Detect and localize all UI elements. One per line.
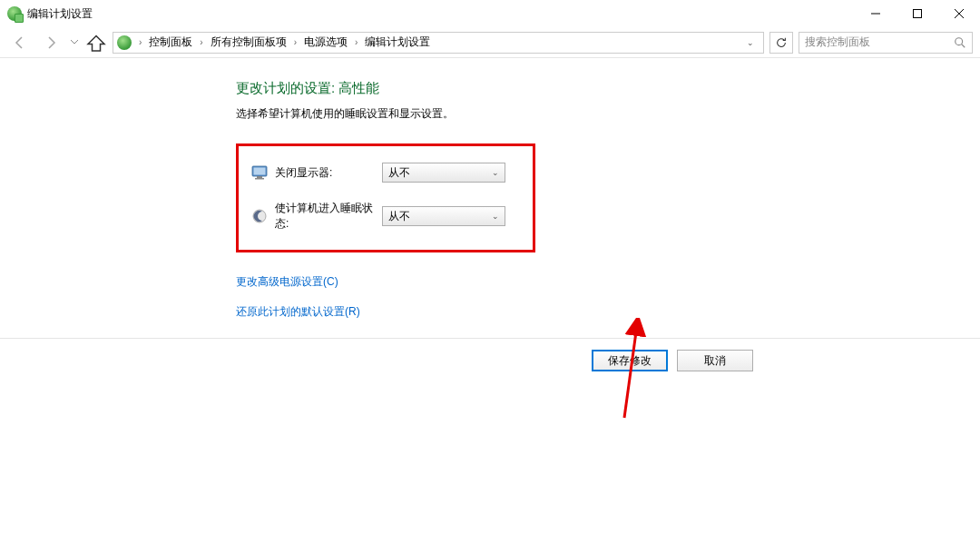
navbar: › 控制面板 › 所有控制面板项 › 电源选项 › 编辑计划设置 ⌄ 搜索控制面… — [0, 27, 980, 58]
address-bar[interactable]: › 控制面板 › 所有控制面板项 › 电源选项 › 编辑计划设置 ⌄ — [113, 32, 764, 54]
window-title: 编辑计划设置 — [27, 6, 93, 22]
search-icon — [954, 36, 966, 49]
refresh-button[interactable] — [769, 32, 793, 54]
moon-icon — [251, 208, 268, 224]
forward-button[interactable] — [38, 30, 64, 55]
svg-rect-9 — [255, 178, 264, 180]
svg-point-4 — [956, 37, 963, 45]
search-placeholder: 搜索控制面板 — [805, 35, 870, 50]
chevron-down-icon: ⌄ — [492, 212, 499, 221]
history-dropdown[interactable] — [69, 40, 80, 45]
breadcrumb-item[interactable]: 控制面板 — [147, 35, 194, 50]
maximize-button[interactable] — [897, 0, 938, 27]
annotation-arrow — [617, 318, 653, 427]
highlighted-settings: 关闭显示器: 从不 ⌄ 使计算机进入睡眠状态: 从不 ⌄ — [236, 143, 535, 252]
display-off-label: 关闭显示器: — [275, 165, 375, 181]
titlebar: 编辑计划设置 — [0, 0, 980, 27]
close-button[interactable] — [938, 0, 980, 27]
crumb-sep-icon: › — [290, 37, 300, 47]
up-button[interactable] — [85, 32, 107, 54]
svg-rect-1 — [914, 10, 922, 18]
combo-value: 从不 — [388, 209, 410, 224]
page-description: 选择希望计算机使用的睡眠设置和显示设置。 — [236, 106, 980, 122]
back-button[interactable] — [7, 30, 33, 55]
breadcrumb-item[interactable]: 所有控制面板项 — [209, 35, 289, 50]
sleep-combo[interactable]: 从不 ⌄ — [382, 206, 505, 226]
setting-row-sleep: 使计算机进入睡眠状态: 从不 ⌄ — [251, 201, 505, 232]
display-off-combo[interactable]: 从不 ⌄ — [382, 163, 505, 183]
save-button[interactable]: 保存修改 — [592, 350, 668, 371]
minimize-button[interactable] — [855, 0, 897, 27]
address-icon — [117, 35, 132, 50]
restore-defaults-link[interactable]: 还原此计划的默认设置(R) — [236, 304, 980, 320]
setting-row-display: 关闭显示器: 从不 ⌄ — [251, 163, 505, 183]
svg-line-5 — [962, 44, 965, 47]
window-controls — [855, 0, 980, 27]
monitor-icon — [251, 164, 268, 181]
cancel-button[interactable]: 取消 — [677, 350, 753, 371]
sleep-label: 使计算机进入睡眠状态: — [275, 201, 375, 232]
advanced-settings-link[interactable]: 更改高级电源设置(C) — [236, 274, 980, 290]
svg-rect-8 — [257, 176, 262, 178]
combo-value: 从不 — [388, 165, 410, 181]
chevron-down-icon: ⌄ — [492, 168, 499, 177]
page-title: 更改计划的设置: 高性能 — [236, 80, 980, 97]
svg-rect-7 — [254, 168, 266, 175]
chevron-down-icon[interactable]: ⌄ — [741, 38, 760, 47]
content: 更改计划的设置: 高性能 选择希望计算机使用的睡眠设置和显示设置。 关闭显示器:… — [0, 58, 980, 320]
breadcrumb-item[interactable]: 编辑计划设置 — [363, 35, 432, 50]
crumb-sep-icon: › — [135, 37, 145, 47]
crumb-sep-icon: › — [196, 37, 206, 47]
breadcrumb-item[interactable]: 电源选项 — [302, 35, 349, 50]
power-plan-icon — [7, 6, 22, 21]
crumb-sep-icon: › — [351, 37, 361, 47]
footer: 保存修改 取消 — [0, 339, 980, 371]
search-input[interactable]: 搜索控制面板 — [799, 32, 973, 54]
